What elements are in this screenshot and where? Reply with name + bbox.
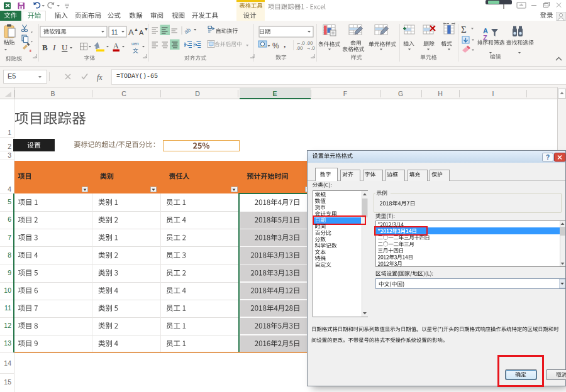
svg-text:A: A bbox=[139, 29, 144, 36]
svg-text:Σ: Σ bbox=[461, 24, 467, 35]
svg-text:fx: fx bbox=[97, 73, 103, 82]
svg-text:I: I bbox=[52, 43, 56, 52]
svg-text:▲: ▲ bbox=[134, 27, 138, 31]
svg-text:uen: uen bbox=[131, 41, 139, 46]
svg-text:,: , bbox=[284, 40, 286, 49]
svg-text:▼: ▼ bbox=[144, 27, 148, 31]
svg-text:11: 11 bbox=[111, 29, 118, 36]
svg-text:ab: ab bbox=[183, 26, 192, 35]
svg-text:A: A bbox=[113, 41, 119, 50]
svg-text:→.0: →.0 bbox=[306, 45, 315, 51]
svg-text:.00: .00 bbox=[296, 45, 302, 51]
svg-text:?: ? bbox=[546, 154, 550, 161]
svg-text:B: B bbox=[42, 43, 48, 52]
svg-text:Z: Z bbox=[483, 34, 487, 41]
svg-text:U: U bbox=[62, 43, 68, 52]
svg-text:%: % bbox=[272, 41, 279, 50]
svg-text:A: A bbox=[128, 28, 134, 37]
